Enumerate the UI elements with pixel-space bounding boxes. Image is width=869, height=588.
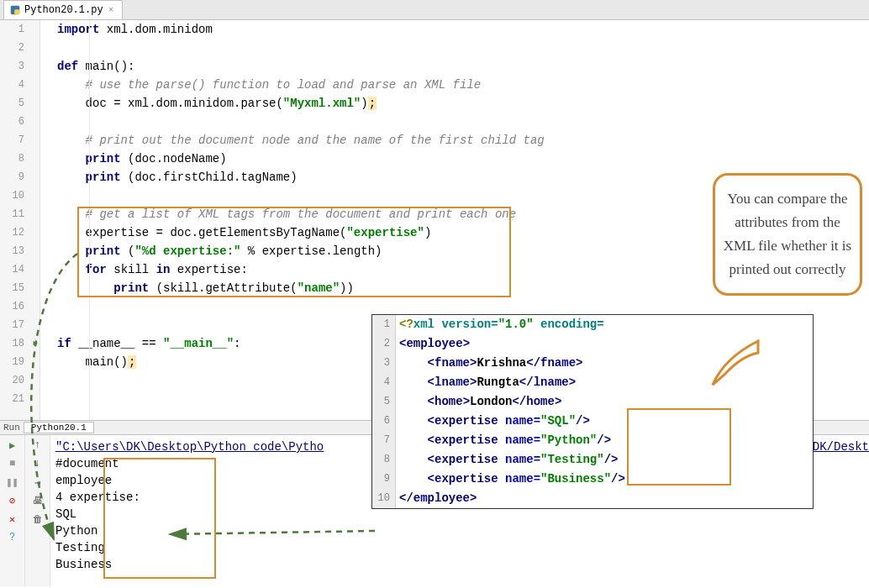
output-line: Testing: [55, 539, 864, 556]
run-tab[interactable]: Python20.1: [24, 422, 94, 433]
execution-path: "C:\Users\DK\Desktop\Python code\Pytho: [55, 440, 324, 454]
rerun-icon[interactable]: ▶: [6, 438, 19, 452]
svg-rect-1: [14, 9, 19, 14]
output-line: Business: [55, 556, 864, 573]
xml-gutter: 1 2 3 4 5 6 7 8 9 10: [372, 315, 396, 508]
callout-bubble: You can compare the attributes from the …: [713, 173, 862, 388]
close-icon[interactable]: ×: [108, 5, 114, 15]
wrap-icon[interactable]: ⇥: [31, 475, 45, 489]
exit-icon[interactable]: ⊘: [6, 494, 19, 507]
trash-icon[interactable]: 🗑: [31, 512, 45, 526]
output-line: Python: [55, 522, 864, 539]
pause-icon[interactable]: ❚❚: [6, 475, 19, 489]
callout-text: You can compare the attributes from the …: [724, 191, 851, 277]
python-file-icon: [9, 4, 21, 16]
help-icon[interactable]: ?: [6, 531, 19, 544]
clipped-path-text: DK/Deskt: [813, 440, 869, 454]
tab-label: Python20.1.py: [24, 4, 103, 16]
run-toolbar-left: ▶ ■ ❚❚ ⊘ ✕ ?: [0, 435, 25, 586]
print-icon[interactable]: 🖶: [31, 494, 45, 507]
run-toolbar-right: ↑ ↓ ⇥ 🖶 🗑: [25, 435, 50, 586]
line-number-gutter: 1 2 3 4 5 6 7 8 9 10 11 12 13 14 15 16 1…: [0, 20, 40, 420]
close-icon[interactable]: ✕: [6, 512, 19, 526]
run-label: Run: [3, 423, 20, 433]
tab-bar: Python20.1.py ×: [0, 0, 869, 20]
up-icon[interactable]: ↑: [31, 438, 45, 452]
stop-icon[interactable]: ■: [6, 457, 19, 470]
down-icon[interactable]: ↓: [31, 457, 45, 470]
callout-tail-icon: [708, 333, 766, 391]
file-tab[interactable]: Python20.1.py ×: [3, 0, 123, 19]
